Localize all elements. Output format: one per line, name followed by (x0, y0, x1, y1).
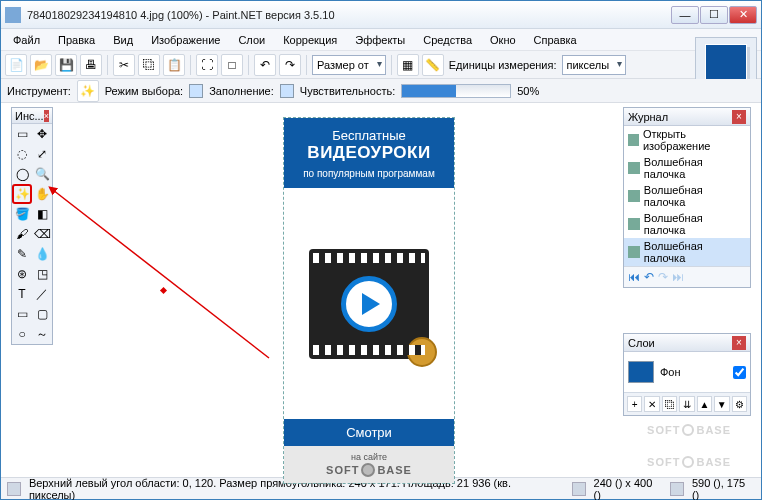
history-close[interactable]: × (732, 110, 746, 124)
menu-tools[interactable]: Средства (415, 31, 480, 49)
layers-close[interactable]: × (732, 336, 746, 350)
svg-line-0 (53, 190, 269, 358)
banner-logo: SOFTBASE (290, 462, 448, 477)
crop-button[interactable]: ⛶ (196, 54, 218, 76)
close-button[interactable]: ✕ (729, 6, 757, 24)
menu-layers[interactable]: Слои (230, 31, 273, 49)
layer-up[interactable]: ▲ (697, 396, 712, 412)
title-text: 784018029234194810 4.jpg (100%) - Paint.… (27, 9, 671, 21)
tool-text[interactable]: T (12, 284, 32, 304)
history-next[interactable]: ↷ (658, 270, 668, 284)
status-selection-icon (7, 482, 21, 496)
tool-lasso[interactable]: ◌ (12, 144, 32, 164)
history-item[interactable]: Волшебная палочка (624, 154, 750, 182)
layer-merge[interactable]: ⇊ (679, 396, 694, 412)
open-button[interactable]: 📂 (30, 54, 52, 76)
tool-zoom[interactable]: 🔍 (32, 164, 52, 184)
status-coords-icon (670, 482, 684, 496)
units-select[interactable]: пикселы (562, 55, 627, 75)
layer-delete[interactable]: ✕ (644, 396, 659, 412)
menu-effects[interactable]: Эффекты (347, 31, 413, 49)
ruler-button[interactable]: 📏 (422, 54, 444, 76)
save-button[interactable]: 💾 (55, 54, 77, 76)
toolbox-close[interactable]: × (44, 110, 49, 122)
menubar: Файл Правка Вид Изображение Слои Коррекц… (1, 29, 761, 51)
tool-clone[interactable]: ⊛ (12, 264, 32, 284)
tool-free[interactable]: ～ (32, 324, 52, 344)
history-item[interactable]: Волшебная палочка (624, 182, 750, 210)
wand-icon (628, 218, 640, 230)
grid-button[interactable]: ▦ (397, 54, 419, 76)
layer-name[interactable]: Фон (660, 366, 681, 378)
cut-button[interactable]: ✂ (113, 54, 135, 76)
print-button[interactable]: 🖶 (80, 54, 102, 76)
tool-line[interactable]: ／ (32, 284, 52, 304)
banner-cta: Смотри (284, 419, 454, 446)
tool-ellipse-select[interactable]: ◯ (12, 164, 32, 184)
tool-recolor[interactable]: ◳ (32, 264, 52, 284)
minimize-button[interactable]: — (671, 6, 699, 24)
layer-thumb[interactable] (628, 361, 654, 383)
layer-visible-checkbox[interactable] (733, 366, 746, 379)
copy-button[interactable]: ⿻ (138, 54, 160, 76)
menu-image[interactable]: Изображение (143, 31, 228, 49)
layer-add[interactable]: + (627, 396, 642, 412)
canvas[interactable]: Бесплатные ВИДЕОУРОКИ по популярным прог… (283, 117, 455, 484)
menu-adjust[interactable]: Коррекция (275, 31, 345, 49)
history-first[interactable]: ⏮ (628, 270, 640, 284)
deselect-button[interactable]: □ (221, 54, 243, 76)
tool-rect[interactable]: ▭ (12, 304, 32, 324)
history-item[interactable]: Волшебная палочка (624, 238, 750, 266)
maximize-button[interactable]: ☐ (700, 6, 728, 24)
menu-view[interactable]: Вид (105, 31, 141, 49)
history-panel: Журнал× Открыть изображение Волшебная па… (623, 107, 751, 288)
fill-swatch[interactable] (280, 84, 294, 98)
wand-icon (628, 190, 640, 202)
sens-label: Чувствительность: (300, 85, 395, 97)
tool-icon[interactable]: ✨ (77, 80, 99, 102)
tool-rrect[interactable]: ▢ (32, 304, 52, 324)
tool-move[interactable]: ✥ (32, 124, 52, 144)
banner-image: Бесплатные ВИДЕОУРОКИ по популярным прог… (284, 118, 454, 483)
mode-swatch[interactable] (189, 84, 203, 98)
history-prev[interactable]: ↶ (644, 270, 654, 284)
tool-eraser[interactable]: ⌫ (32, 224, 52, 244)
wand-icon (628, 246, 640, 258)
menu-edit[interactable]: Правка (50, 31, 103, 49)
tool-gradient[interactable]: ◧ (32, 204, 52, 224)
tool-bucket[interactable]: 🪣 (12, 204, 32, 224)
sensitivity-slider[interactable] (401, 84, 511, 98)
menu-window[interactable]: Окно (482, 31, 524, 49)
banner-line1: Бесплатные (290, 128, 448, 143)
annotation-arrow (39, 178, 289, 378)
layer-dup[interactable]: ⿻ (662, 396, 677, 412)
tool-pan[interactable]: ✋ (32, 184, 52, 204)
history-title: Журнал (628, 111, 668, 123)
tool-ellipse[interactable]: ○ (12, 324, 32, 344)
menu-help[interactable]: Справка (526, 31, 585, 49)
layer-props[interactable]: ⚙ (732, 396, 747, 412)
tool-brush[interactable]: 🖌 (12, 224, 32, 244)
history-item[interactable]: Открыть изображение (624, 126, 750, 154)
app-icon (5, 7, 21, 23)
tool-pencil[interactable]: ✎ (12, 244, 32, 264)
toolbox-panel: Инс...× ▭ ✥ ◌ ⤢ ◯ 🔍 ✨ ✋ 🪣 ◧ 🖌 ⌫ ✎ 💧 ⊛ ◳ … (11, 107, 53, 345)
history-item[interactable]: Волшебная палочка (624, 210, 750, 238)
open-icon (628, 134, 639, 146)
size-select[interactable]: Размер от (312, 55, 386, 75)
history-last[interactable]: ⏭ (672, 270, 684, 284)
banner-onsite: на сайте (290, 452, 448, 462)
tool-move-sel[interactable]: ⤢ (32, 144, 52, 164)
annotation-dot (160, 287, 167, 294)
menu-file[interactable]: Файл (5, 31, 48, 49)
undo-button[interactable]: ↶ (254, 54, 276, 76)
paste-button[interactable]: 📋 (163, 54, 185, 76)
layers-title: Слои (628, 337, 655, 349)
tool-rect-select[interactable]: ▭ (12, 124, 32, 144)
new-button[interactable]: 📄 (5, 54, 27, 76)
redo-button[interactable]: ↷ (279, 54, 301, 76)
tool-eyedrop[interactable]: 💧 (32, 244, 52, 264)
main-toolbar: 📄 📂 💾 🖶 ✂ ⿻ 📋 ⛶ □ ↶ ↷ Размер от ▦ 📏 Един… (1, 51, 761, 79)
tool-magic-wand[interactable]: ✨ (12, 184, 32, 204)
layer-down[interactable]: ▼ (714, 396, 729, 412)
